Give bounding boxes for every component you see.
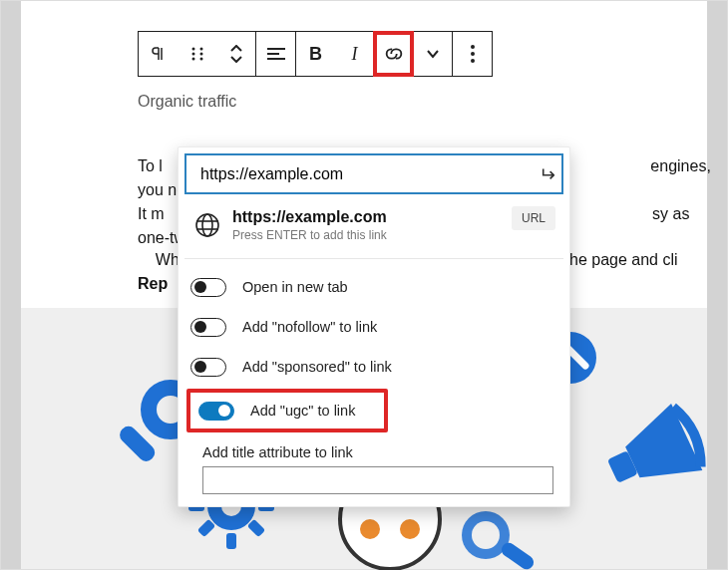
bold-button[interactable]: B (296, 32, 335, 76)
svg-point-22 (191, 53, 194, 56)
toggle-open-new-tab[interactable] (190, 278, 226, 297)
toggle-ugc[interactable] (198, 402, 234, 421)
body-text: Wh (156, 251, 180, 268)
more-options-button[interactable] (453, 32, 492, 76)
option-nofollow: Add "nofollow" to link (184, 307, 563, 347)
option-label: Add "nofollow" to link (242, 319, 377, 335)
toggle-nofollow[interactable] (190, 318, 226, 337)
svg-point-31 (471, 59, 475, 63)
drag-handle-button[interactable] (178, 32, 216, 76)
svg-point-33 (202, 214, 212, 236)
body-text: It m (138, 205, 165, 222)
option-sponsored: Add "sponsored" to link (184, 347, 563, 387)
bold-label: B (309, 44, 322, 65)
option-label: Add "sponsored" to link (242, 359, 392, 375)
option-ugc: Add "ugc" to link (192, 395, 384, 427)
submit-icon[interactable]: ↵ (539, 162, 555, 186)
svg-point-25 (199, 58, 202, 61)
link-button[interactable] (374, 32, 413, 76)
option-ugc-highlighted: Add "ugc" to link (186, 389, 388, 432)
heading: Organic traffic (138, 93, 236, 111)
url-input[interactable] (198, 164, 539, 184)
body-text: To l (138, 157, 163, 174)
italic-button[interactable]: I (335, 32, 374, 76)
move-up-down-button[interactable] (216, 32, 255, 76)
option-label: Open in new tab (242, 279, 348, 295)
more-formatting-button[interactable] (413, 32, 452, 76)
suggestion-subtitle: Press ENTER to add this link (232, 228, 387, 242)
option-label: Add "ugc" to link (250, 403, 355, 419)
url-input-wrapper[interactable]: ↵ (184, 153, 563, 194)
page: Organic traffic To l ___________________… (0, 0, 728, 570)
svg-point-24 (191, 58, 194, 61)
title-attr-field[interactable] (202, 466, 553, 494)
svg-point-32 (196, 214, 218, 236)
svg-point-21 (199, 48, 202, 51)
page-margin-left (1, 1, 21, 569)
title-attr-input[interactable] (202, 466, 553, 494)
svg-point-29 (471, 45, 475, 49)
svg-point-20 (191, 48, 194, 51)
svg-point-23 (199, 53, 202, 56)
block-toolbar: B I (138, 31, 493, 77)
align-button[interactable] (256, 32, 295, 76)
option-open-new-tab: Open in new tab (184, 267, 563, 307)
title-attr-label: Add title attribute to link (184, 438, 563, 466)
body-text-bold: Rep (138, 275, 168, 292)
block-type-button[interactable] (139, 32, 178, 76)
link-popover: ↵ https://example.com Press ENTER to add… (178, 146, 570, 507)
suggestion-title: https://example.com (232, 208, 387, 226)
svg-point-30 (471, 52, 475, 56)
globe-icon (194, 212, 220, 238)
italic-label: I (352, 44, 358, 65)
toggle-sponsored[interactable] (190, 358, 226, 377)
url-badge: URL (512, 206, 555, 230)
url-suggestion[interactable]: https://example.com Press ENTER to add t… (184, 194, 563, 259)
